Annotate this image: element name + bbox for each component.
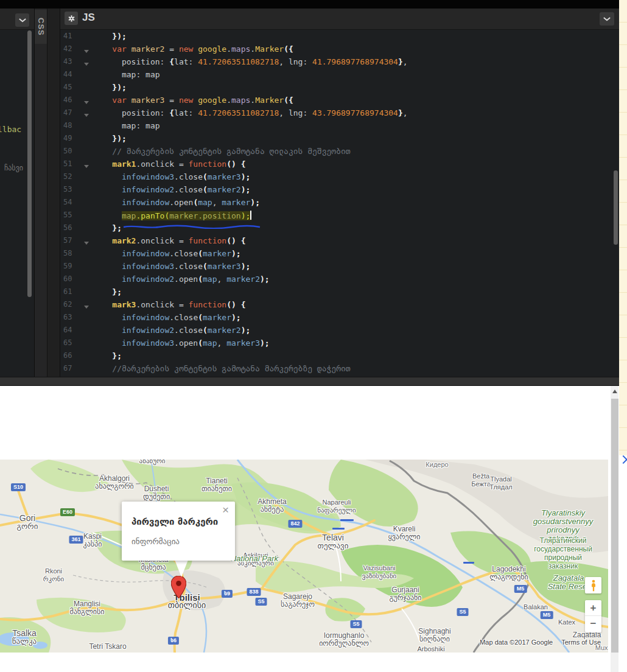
code-line[interactable]: 63 infowindow.close(marker);: [60, 313, 619, 326]
road-segment-dash: [332, 528, 345, 530]
map-marker-icon[interactable]: [171, 576, 186, 598]
code-text: mark1.onclick = function() {: [93, 159, 245, 172]
pegman-button[interactable]: [585, 577, 601, 593]
line-number: 64: [60, 326, 92, 338]
line-number: 46: [60, 96, 92, 108]
js-editor-scrollbar[interactable]: [614, 170, 618, 245]
code-line[interactable]: 66 };: [60, 351, 619, 364]
map-label: Goriგორი: [17, 514, 38, 530]
map-label: Vazisubaniვაზისუბანი: [362, 564, 397, 580]
scrollbar-up-button[interactable]: [611, 390, 618, 397]
fold-marker-icon[interactable]: [84, 114, 89, 117]
fold-marker-icon[interactable]: [84, 165, 89, 168]
map-attribution: Map data ©2017 GoogleTerms of Use: [480, 639, 601, 646]
line-number: 66: [60, 351, 92, 364]
result-scrollbar[interactable]: [611, 386, 618, 672]
map[interactable]: ანანურიAkhalgoriახალგორიDushetiდუშეთიTia…: [0, 460, 608, 653]
code-line[interactable]: 62 mark3.onclick = function() {: [60, 300, 619, 313]
code-line[interactable]: 44 map: map: [60, 70, 619, 83]
line-number: 42: [60, 44, 92, 57]
code-line[interactable]: 42 var marker2 = new google.maps.Marker(…: [60, 44, 619, 57]
code-text: infowindow.close(marker);: [93, 249, 241, 262]
code-line[interactable]: 46 var marker3 = new google.maps.Marker(…: [60, 96, 619, 108]
code-line[interactable]: 47 position: {lat: 41.72063511082718, ln…: [60, 108, 619, 121]
code-line[interactable]: 57 mark2.onclick = function() {: [60, 236, 619, 249]
code-line[interactable]: 43 position: {lat: 41.72063511082718, ln…: [60, 57, 619, 70]
code-text: var marker2 = new google.maps.Marker({: [93, 44, 293, 57]
code-line[interactable]: 48 map: map: [60, 121, 619, 134]
code-editor[interactable]: 41 });42 var marker2 = new google.maps.M…: [60, 29, 619, 377]
road-shield: ს9: [222, 590, 233, 598]
map-label: Rkoniრკონი: [43, 567, 64, 583]
fold-marker-icon[interactable]: [84, 63, 89, 66]
code-line[interactable]: 49 });: [60, 134, 619, 147]
collapsed-side-strip[interactable]: [619, 0, 627, 455]
code-line[interactable]: 60 infowindow2.open(map, marker2);: [60, 275, 619, 287]
line-number: 55: [60, 211, 92, 223]
code-text: map: map: [93, 121, 160, 134]
road-shield: S5: [255, 598, 267, 606]
tab-css[interactable]: CSS: [35, 10, 47, 44]
js-settings-button[interactable]: [65, 12, 78, 25]
code-line[interactable]: 50 // მარკერების კონტენტის გამოტანა ღილა…: [60, 147, 619, 159]
code-line[interactable]: 41 });: [60, 32, 619, 44]
html-panel-scrollbar[interactable]: [27, 30, 32, 297]
code-line[interactable]: 51 mark1.onclick = function() {: [60, 159, 619, 172]
js-panel-collapse-button[interactable]: [600, 12, 614, 26]
code-line[interactable]: 64 infowindow2.close(marker2);: [60, 326, 619, 338]
fold-marker-icon[interactable]: [84, 101, 89, 104]
map-label: BežtaБежта: [471, 472, 491, 488]
css-panel-collapsed: CSS: [35, 9, 47, 377]
code-line[interactable]: 45 });: [60, 83, 619, 96]
scrollbar-thumb[interactable]: [611, 399, 618, 653]
code-text: infowindow3.open(map, marker3);: [93, 338, 270, 351]
map-label: Iormughanloიორმუღანლო: [319, 632, 369, 648]
map-label: Кидеро: [426, 461, 448, 469]
code-line[interactable]: 58 infowindow.close(marker);: [60, 249, 619, 262]
map-label: TlyadalТлядал: [489, 475, 513, 491]
map-label: Gurjaaniგურჯაანი: [390, 586, 422, 602]
map-label: Kvareliყვარელი: [388, 525, 420, 541]
code-line[interactable]: 55 map.panTo(marker.position);: [60, 211, 619, 223]
code-line[interactable]: 59 infowindow3.close(marker3);: [60, 262, 619, 275]
html-panel-collapse-button[interactable]: [15, 13, 29, 27]
map-label: Akhalgoriახალგორი: [95, 475, 133, 491]
line-number: 44: [60, 70, 92, 83]
code-text: map: map: [93, 70, 160, 83]
line-number: 67: [60, 364, 92, 377]
code-line[interactable]: 61 };: [60, 287, 619, 300]
map-label: Balakan: [524, 603, 548, 611]
code-line[interactable]: 53 infowindow2.close(marker2);: [60, 185, 619, 198]
line-number: 53: [60, 185, 92, 198]
code-text: mark3.onclick = function() {: [93, 300, 245, 313]
expand-chevron-icon[interactable]: [619, 455, 627, 464]
fold-marker-icon[interactable]: [84, 50, 89, 53]
code-line[interactable]: 52 infowindow3.close(marker3);: [60, 172, 619, 185]
infowindow-title: პირველი მარკერი: [131, 516, 218, 527]
fold-marker-icon[interactable]: [84, 242, 89, 245]
line-number: 63: [60, 313, 92, 326]
code-line[interactable]: 67 //მარკერების კონტენტის გამოტანა მარკე…: [60, 364, 619, 377]
terms-of-use-link[interactable]: Terms of Use: [561, 639, 601, 646]
top-bar: [0, 0, 619, 9]
code-line[interactable]: 65 infowindow3.open(map, marker3);: [60, 338, 619, 351]
close-icon[interactable]: ×: [222, 504, 229, 516]
zoom-in-button[interactable]: +: [585, 600, 601, 616]
code-line[interactable]: 54 infowindow.open(map, marker);: [60, 198, 619, 211]
line-number: 47: [60, 108, 92, 121]
road-shield: 842: [288, 520, 302, 528]
zoom-out-button[interactable]: −: [585, 616, 601, 632]
map-data-credit: Map data ©2017 Google: [480, 639, 553, 646]
chevron-down-icon: [19, 18, 26, 23]
line-number: 62: [60, 300, 92, 313]
html-panel: llbac ჩასვი: [0, 9, 35, 377]
code-text: };: [93, 287, 122, 300]
panel-divider[interactable]: [47, 9, 60, 377]
triangle-up-icon: [612, 390, 617, 393]
line-number: 43: [60, 57, 92, 70]
line-number: 51: [60, 159, 92, 172]
line-number: 59: [60, 262, 92, 275]
code-text: mark2.onclick = function() {: [93, 236, 245, 249]
map-label: Тляратинскийгосударственныйприродныйзака…: [534, 536, 592, 570]
fold-marker-icon[interactable]: [84, 306, 89, 309]
